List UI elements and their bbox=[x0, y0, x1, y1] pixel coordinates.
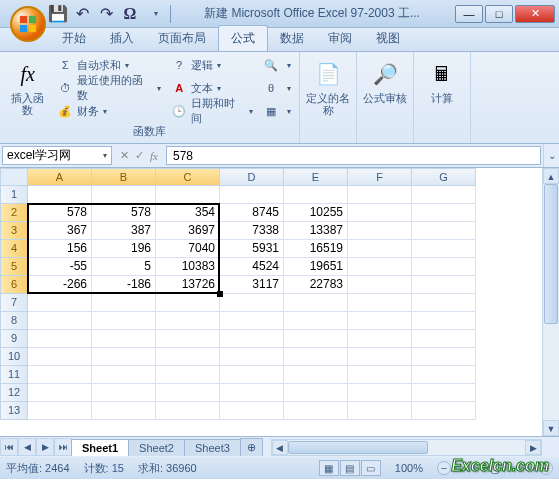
cell-G13[interactable] bbox=[412, 402, 476, 420]
cell-E7[interactable] bbox=[284, 294, 348, 312]
cell-F5[interactable] bbox=[348, 258, 412, 276]
redo-icon[interactable]: ↷ bbox=[98, 6, 114, 22]
cell-E13[interactable] bbox=[284, 402, 348, 420]
zoom-out-button[interactable]: − bbox=[437, 461, 451, 475]
cell-F9[interactable] bbox=[348, 330, 412, 348]
cell-B2[interactable]: 578 bbox=[92, 204, 156, 222]
cell-A7[interactable] bbox=[28, 294, 92, 312]
cell-F6[interactable] bbox=[348, 276, 412, 294]
cell-A9[interactable] bbox=[28, 330, 92, 348]
cell-D10[interactable] bbox=[220, 348, 284, 366]
formula-input[interactable]: 578 bbox=[166, 146, 541, 165]
formula-audit-button[interactable]: 🔎 公式审核 bbox=[361, 54, 409, 108]
hscroll-thumb[interactable] bbox=[288, 441, 428, 454]
cell-G7[interactable] bbox=[412, 294, 476, 312]
cell-A8[interactable] bbox=[28, 312, 92, 330]
cancel-icon[interactable]: ✕ bbox=[120, 149, 129, 162]
cell-C12[interactable] bbox=[156, 384, 220, 402]
cell-D12[interactable] bbox=[220, 384, 284, 402]
cell-G2[interactable] bbox=[412, 204, 476, 222]
col-header-F[interactable]: F bbox=[348, 168, 412, 186]
tab-页面布局[interactable]: 页面布局 bbox=[146, 26, 218, 51]
cell-C1[interactable] bbox=[156, 186, 220, 204]
cell-F8[interactable] bbox=[348, 312, 412, 330]
tab-开始[interactable]: 开始 bbox=[50, 26, 98, 51]
col-header-B[interactable]: B bbox=[92, 168, 156, 186]
cell-A5[interactable]: -55 bbox=[28, 258, 92, 276]
page-layout-view-button[interactable]: ▤ bbox=[340, 460, 360, 476]
tab-插入[interactable]: 插入 bbox=[98, 26, 146, 51]
cell-D7[interactable] bbox=[220, 294, 284, 312]
enter-icon[interactable]: ✓ bbox=[135, 149, 144, 162]
cell-C11[interactable] bbox=[156, 366, 220, 384]
cell-E9[interactable] bbox=[284, 330, 348, 348]
maximize-button[interactable]: □ bbox=[485, 5, 513, 23]
cell-A3[interactable]: 367 bbox=[28, 222, 92, 240]
scroll-down[interactable]: ▼ bbox=[543, 420, 559, 436]
expand-formula-bar[interactable]: ⌄ bbox=[543, 144, 559, 167]
cell-B10[interactable] bbox=[92, 348, 156, 366]
row-header-9[interactable]: 9 bbox=[0, 330, 28, 348]
cell-E12[interactable] bbox=[284, 384, 348, 402]
cell-F12[interactable] bbox=[348, 384, 412, 402]
cell-F3[interactable] bbox=[348, 222, 412, 240]
scroll-thumb[interactable] bbox=[544, 184, 558, 324]
row-header-2[interactable]: 2 bbox=[0, 204, 28, 222]
horizontal-scrollbar[interactable]: ◀ ▶ bbox=[271, 439, 542, 456]
logic-button[interactable]: ?逻辑 bbox=[167, 54, 257, 76]
cell-F2[interactable] bbox=[348, 204, 412, 222]
cell-B3[interactable]: 387 bbox=[92, 222, 156, 240]
insert-function-button[interactable]: fx 插入函数 bbox=[4, 54, 51, 120]
cell-C5[interactable]: 10383 bbox=[156, 258, 220, 276]
cell-C4[interactable]: 7040 bbox=[156, 240, 220, 258]
page-break-view-button[interactable]: ▭ bbox=[361, 460, 381, 476]
cell-E5[interactable]: 19651 bbox=[284, 258, 348, 276]
repeat-icon[interactable]: Ω bbox=[122, 6, 138, 22]
cell-F13[interactable] bbox=[348, 402, 412, 420]
save-icon[interactable]: 💾 bbox=[50, 6, 66, 22]
office-button[interactable] bbox=[10, 6, 46, 42]
cell-A6[interactable]: -266 bbox=[28, 276, 92, 294]
col-header-A[interactable]: A bbox=[28, 168, 92, 186]
cell-G4[interactable] bbox=[412, 240, 476, 258]
cell-B11[interactable] bbox=[92, 366, 156, 384]
close-button[interactable]: ✕ bbox=[515, 5, 555, 23]
scroll-up[interactable]: ▲ bbox=[543, 168, 559, 184]
defined-names-button[interactable]: 📄 定义的名称 bbox=[304, 54, 352, 120]
cell-D3[interactable]: 7338 bbox=[220, 222, 284, 240]
cell-D11[interactable] bbox=[220, 366, 284, 384]
undo-icon[interactable]: ↶ bbox=[74, 6, 90, 22]
recently-used-button[interactable]: ⏱最近使用的函数 bbox=[53, 77, 165, 99]
cell-G11[interactable] bbox=[412, 366, 476, 384]
cell-B6[interactable]: -186 bbox=[92, 276, 156, 294]
cell-F1[interactable] bbox=[348, 186, 412, 204]
tab-公式[interactable]: 公式 bbox=[218, 25, 268, 51]
new-sheet-button[interactable]: ⊕ bbox=[240, 438, 263, 456]
grid-rows[interactable]: 1257857835487451025533673873697733813387… bbox=[0, 186, 559, 420]
tab-视图[interactable]: 视图 bbox=[364, 26, 412, 51]
col-header-C[interactable]: C bbox=[156, 168, 220, 186]
cell-D13[interactable] bbox=[220, 402, 284, 420]
lookup-button[interactable]: 🔍 bbox=[259, 54, 295, 76]
cell-B5[interactable]: 5 bbox=[92, 258, 156, 276]
row-header-11[interactable]: 11 bbox=[0, 366, 28, 384]
tab-审阅[interactable]: 审阅 bbox=[316, 26, 364, 51]
row-header-10[interactable]: 10 bbox=[0, 348, 28, 366]
cell-B7[interactable] bbox=[92, 294, 156, 312]
cell-C9[interactable] bbox=[156, 330, 220, 348]
row-header-12[interactable]: 12 bbox=[0, 384, 28, 402]
cell-F10[interactable] bbox=[348, 348, 412, 366]
cell-A4[interactable]: 156 bbox=[28, 240, 92, 258]
row-header-3[interactable]: 3 bbox=[0, 222, 28, 240]
qat-customize[interactable] bbox=[146, 6, 162, 22]
cell-E3[interactable]: 13387 bbox=[284, 222, 348, 240]
row-header-13[interactable]: 13 bbox=[0, 402, 28, 420]
sheet-next[interactable]: ▶ bbox=[36, 438, 54, 456]
vertical-scrollbar[interactable]: ▲ ▼ bbox=[542, 168, 559, 436]
row-header-7[interactable]: 7 bbox=[0, 294, 28, 312]
cell-G8[interactable] bbox=[412, 312, 476, 330]
cell-G6[interactable] bbox=[412, 276, 476, 294]
cell-E8[interactable] bbox=[284, 312, 348, 330]
calculation-button[interactable]: 🖩 计算 bbox=[418, 54, 466, 108]
cell-B12[interactable] bbox=[92, 384, 156, 402]
